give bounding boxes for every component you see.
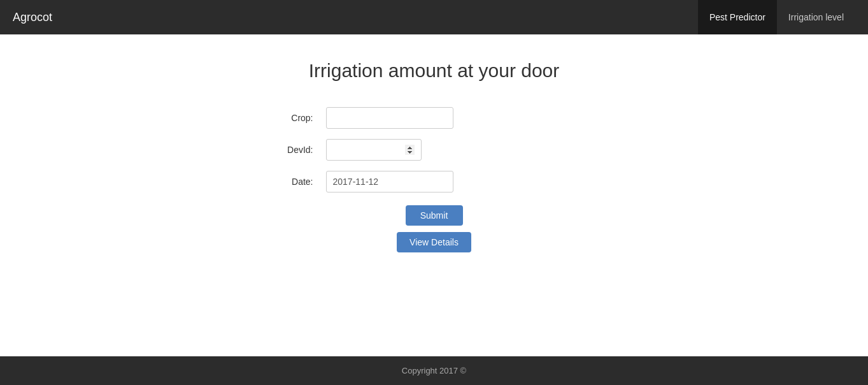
submit-button[interactable]: Submit: [406, 205, 463, 226]
view-details-button[interactable]: View Details: [397, 232, 471, 252]
date-label: Date:: [180, 177, 326, 187]
footer: Copyright 2017 ©: [0, 356, 868, 385]
navbar-link-pest-predictor[interactable]: Pest Predictor: [698, 0, 777, 34]
main-content: Irrigation amount at your door Crop: Dev…: [0, 34, 868, 356]
form-section: Crop: DevId: Date: Submit View Details: [180, 107, 689, 252]
date-input[interactable]: [326, 171, 453, 192]
devid-input[interactable]: [326, 139, 422, 161]
crop-label: Crop:: [180, 113, 326, 123]
button-group: Submit View Details: [180, 205, 689, 252]
devid-form-group: DevId:: [180, 139, 689, 161]
page-title: Irrigation amount at your door: [13, 60, 855, 82]
copyright-text: Copyright 2017 ©: [402, 366, 466, 375]
navbar-brand[interactable]: Agrocot: [13, 11, 52, 24]
navbar: Agrocot Pest Predictor Irrigation level: [0, 0, 868, 34]
navbar-links: Pest Predictor Irrigation level: [698, 0, 855, 34]
crop-form-group: Crop:: [180, 107, 689, 129]
devid-label: DevId:: [180, 145, 326, 155]
crop-input[interactable]: [326, 107, 453, 129]
date-form-group: Date:: [180, 171, 689, 192]
navbar-link-irrigation-level[interactable]: Irrigation level: [777, 0, 855, 34]
